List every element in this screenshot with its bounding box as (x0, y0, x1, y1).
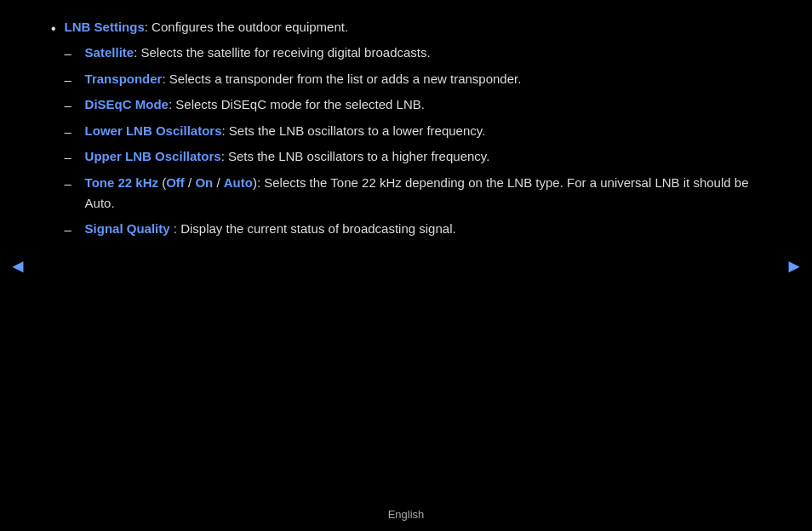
tone-label: Tone 22 kHz (85, 175, 158, 190)
satellite-text: : Selects the satellite for receiving di… (134, 45, 431, 60)
tone-options: (Off / On / Auto) (162, 175, 257, 190)
sub-list: – Satellite: Selects the satellite for r… (65, 43, 761, 239)
main-item-content: LNB Settings: Configures the outdoor equ… (65, 17, 761, 244)
sub-item-lower-lnb: Lower LNB Oscillators: Sets the LNB osci… (85, 121, 761, 141)
sub-list-item-tone: – Tone 22 kHz (Off / On / Auto): Selects… (65, 173, 761, 214)
signal-label: Signal Quality (85, 221, 170, 236)
lower-lnb-label: Lower LNB Oscillators (85, 123, 222, 138)
sub-list-item-diseqc: – DiSEqC Mode: Selects DiSEqC mode for t… (65, 94, 761, 116)
sub-dash-3: – (65, 96, 75, 116)
satellite-label: Satellite (85, 45, 134, 60)
sub-item-satellite: Satellite: Selects the satellite for rec… (85, 43, 761, 63)
transponder-text: : Selects a transponder from the list or… (162, 71, 521, 86)
diseqc-label: DiSEqC Mode (85, 97, 169, 111)
sub-list-item-satellite: – Satellite: Selects the satellite for r… (65, 43, 761, 64)
sub-item-diseqc: DiSEqC Mode: Selects DiSEqC mode for the… (85, 94, 761, 115)
main-list: • LNB Settings: Configures the outdoor e… (51, 17, 761, 248)
sub-list-item-upper-lnb: – Upper LNB Oscillators: Sets the LNB os… (65, 146, 761, 168)
sub-dash-2: – (65, 71, 75, 90)
sub-list-item-transponder: – Transponder: Selects a transponder fro… (65, 69, 761, 90)
sub-dash-7: – (65, 220, 75, 240)
diseqc-text: : Selects DiSEqC mode for the selected L… (169, 97, 425, 111)
main-list-item: • LNB Settings: Configures the outdoor e… (51, 17, 761, 244)
tone-off: Off (166, 175, 185, 190)
footer: English (0, 506, 812, 523)
upper-lnb-text: : Sets the LNB oscillators to a higher f… (221, 149, 490, 163)
lnb-settings-label: LNB Settings (65, 20, 145, 34)
content-area: • LNB Settings: Configures the outdoor e… (0, 0, 812, 505)
upper-lnb-label: Upper LNB Oscillators (85, 149, 221, 163)
sub-list-item-signal: – Signal Quality : Display the current s… (65, 219, 761, 240)
tone-on: On (195, 175, 213, 190)
footer-language: English (388, 508, 425, 521)
nav-arrow-right[interactable]: ► (785, 252, 803, 280)
sub-dash: – (65, 44, 75, 64)
lower-lnb-text: : Sets the LNB oscillators to a lower fr… (221, 123, 485, 138)
nav-arrow-left[interactable]: ◄ (9, 252, 27, 280)
sub-list-item-lower-lnb: – Lower LNB Oscillators: Sets the LNB os… (65, 121, 761, 142)
tone-auto: Auto (224, 175, 253, 190)
sub-dash-6: – (65, 174, 75, 194)
bullet: • (51, 19, 56, 39)
main-item-text: LNB Settings: Configures the outdoor equ… (65, 20, 349, 34)
sub-dash-5: – (65, 148, 75, 168)
sub-dash-4: – (65, 123, 75, 142)
sub-item-upper-lnb: Upper LNB Oscillators: Sets the LNB osci… (85, 146, 761, 167)
sub-item-tone: Tone 22 kHz (Off / On / Auto): Selects t… (85, 173, 761, 214)
transponder-label: Transponder (85, 71, 163, 86)
lnb-settings-text: : Configures the outdoor equipment. (145, 20, 348, 34)
sub-item-transponder: Transponder: Selects a transponder from … (85, 69, 761, 89)
signal-text: : Display the current status of broadcas… (170, 221, 456, 236)
sub-item-signal: Signal Quality : Display the current sta… (85, 219, 761, 239)
